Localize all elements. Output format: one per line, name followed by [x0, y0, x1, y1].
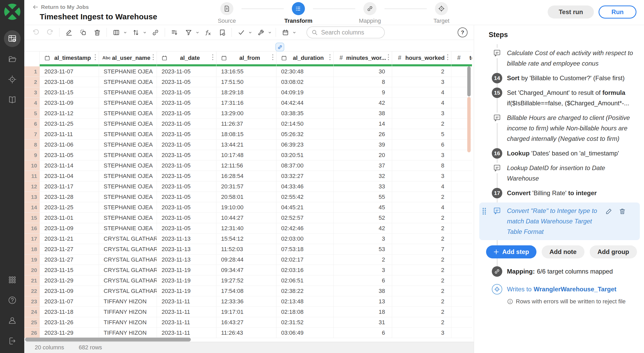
cell[interactable]: 38 [334, 108, 392, 118]
cell[interactable]: 3 [392, 108, 451, 118]
cell[interactable] [451, 213, 472, 223]
cell[interactable]: 3 [392, 171, 451, 181]
cell[interactable]: STEPHANIE OJEA [99, 119, 157, 129]
column-menu-icon[interactable] [447, 54, 449, 62]
cell[interactable]: 02:30:48 [276, 66, 334, 77]
cell[interactable]: 6 [334, 275, 392, 286]
row-number[interactable]: 12 [24, 181, 40, 192]
cell[interactable] [451, 234, 472, 244]
row-number[interactable]: 25 [24, 317, 40, 327]
cell[interactable]: 3 [334, 265, 392, 275]
sort-icon[interactable] [131, 27, 141, 38]
cell[interactable]: 03:06:49 [276, 328, 334, 338]
cell[interactable]: 02:55:42 [276, 192, 334, 202]
cell[interactable]: 2023-11-05 [157, 119, 216, 129]
step-note[interactable]: Lookup DateID for insertion to Date Ware… [474, 163, 644, 184]
cell[interactable]: 20 [334, 150, 392, 160]
cell[interactable]: 16:28:54 [216, 171, 276, 181]
toolbar-help-icon[interactable]: ? [458, 27, 468, 37]
cell[interactable]: 02:31:52 [276, 317, 334, 327]
cell[interactable] [451, 181, 472, 192]
column-header-al_from[interactable]: al_from [216, 51, 276, 64]
cell[interactable]: 2023-11-05 [157, 129, 216, 139]
cell[interactable]: 02:13:48 [276, 296, 334, 306]
add-step-button[interactable]: Add step [486, 245, 536, 258]
cell[interactable]: 02:03:00 [276, 234, 334, 244]
cell[interactable]: 04:45:21 [276, 202, 334, 212]
cell[interactable]: 02:14:50 [276, 119, 334, 129]
cell[interactable]: STEPHANIE OJEA [99, 223, 157, 233]
back-link[interactable]: Return to My Jobs [33, 4, 157, 10]
cell[interactable]: 2 [392, 265, 451, 275]
cell[interactable]: 2023-11-05 [157, 192, 216, 202]
cell[interactable]: 02:02:17 [276, 254, 334, 265]
cell[interactable]: TIFFANY HIZON [99, 296, 157, 306]
cell[interactable]: 13:29:00 [216, 108, 276, 118]
cell[interactable]: 2023-11-14 [40, 160, 99, 171]
cell[interactable]: STEPHANIE OJEA [99, 87, 157, 97]
cell[interactable]: 2023-11-05 [157, 77, 216, 87]
cell[interactable]: 2023-11-12 [40, 108, 99, 118]
workflow-step-transform[interactable]: Transform [284, 2, 313, 24]
cell[interactable]: 2023-11-09 [40, 286, 99, 296]
cell[interactable]: 2023-11-05 [157, 108, 216, 118]
cell[interactable]: CRYSTAL GLATHAR [99, 275, 157, 286]
cell[interactable]: 30 [334, 66, 392, 77]
column-header-al_user_name[interactable]: Abcal_user_name [99, 51, 157, 64]
cell[interactable]: 2023-11-15 [40, 265, 99, 275]
cell[interactable]: 10:17:48 [216, 150, 276, 160]
cell[interactable]: 2023-11-13 [157, 244, 216, 254]
cell[interactable]: 2023-11-09 [40, 98, 99, 108]
workflow-step-source[interactable]: Source [212, 2, 241, 24]
cell[interactable]: 17:51:50 [216, 77, 276, 87]
cell[interactable]: 2 [392, 119, 451, 129]
run-button[interactable]: Run [599, 5, 636, 19]
cell[interactable]: 2023-11-05 [157, 181, 216, 192]
cell[interactable]: CRYSTAL GLATHAR [99, 234, 157, 244]
cell[interactable]: 03:38:35 [276, 108, 334, 118]
cell[interactable]: 2 [392, 286, 451, 296]
cell[interactable]: 2023-11-17 [40, 181, 99, 192]
row-number[interactable]: 4 [24, 98, 40, 108]
column-menu-icon[interactable] [388, 54, 390, 62]
cell[interactable]: 2023-11-01 [40, 213, 99, 223]
cell[interactable]: 33 [334, 181, 392, 192]
cell[interactable]: 04:33:46 [276, 181, 334, 192]
cell[interactable]: STEPHANIE OJEA [99, 108, 157, 118]
cell[interactable]: 52 [334, 213, 392, 223]
cell[interactable]: 04:09:19 [276, 87, 334, 97]
cell[interactable] [451, 192, 472, 202]
cell[interactable]: STEPHANIE OJEA [99, 202, 157, 212]
redo-icon[interactable] [45, 27, 55, 38]
user-icon[interactable] [4, 312, 21, 329]
column-menu-icon[interactable] [272, 54, 274, 62]
cell[interactable] [451, 296, 472, 306]
cell[interactable]: 2023-11-11 [157, 307, 216, 317]
cell[interactable]: 3 [392, 77, 451, 87]
undo-icon[interactable] [31, 27, 41, 38]
workflow-step-mapping[interactable]: Mapping [355, 2, 385, 24]
cell[interactable]: 03:20:51 [276, 150, 334, 160]
cell[interactable]: 18:29:18 [216, 87, 276, 97]
cell[interactable]: 2023-11-21 [40, 234, 99, 244]
cell[interactable]: 2023-11-06 [40, 140, 99, 150]
cell[interactable] [451, 265, 472, 275]
apps-grid-icon[interactable] [4, 271, 21, 288]
cell[interactable]: 2 [392, 307, 451, 317]
selected-note-card[interactable]: Convert "Rate" to Integer type to match … [479, 202, 640, 240]
cell[interactable]: 6 [334, 328, 392, 338]
cell[interactable]: TIFFANY HIZON [99, 317, 157, 327]
cell[interactable] [451, 275, 472, 286]
cell[interactable]: 42 [334, 223, 392, 233]
cell[interactable] [451, 160, 472, 171]
cell[interactable]: STEPHANIE OJEA [99, 66, 157, 77]
cell[interactable]: 14 [334, 119, 392, 129]
cell[interactable]: 09:28:44 [216, 254, 276, 265]
cell[interactable]: 5 [392, 129, 451, 139]
cell[interactable]: 2023-11-05 [157, 160, 216, 171]
cell[interactable]: 03:32:27 [276, 171, 334, 181]
cell[interactable]: 2023-11-19 [157, 286, 216, 296]
column-header-minutes_wor[interactable]: #minutes_wor... [334, 51, 392, 64]
edit-note-icon[interactable] [605, 208, 612, 216]
cell[interactable]: 2023-11-19 [157, 275, 216, 286]
